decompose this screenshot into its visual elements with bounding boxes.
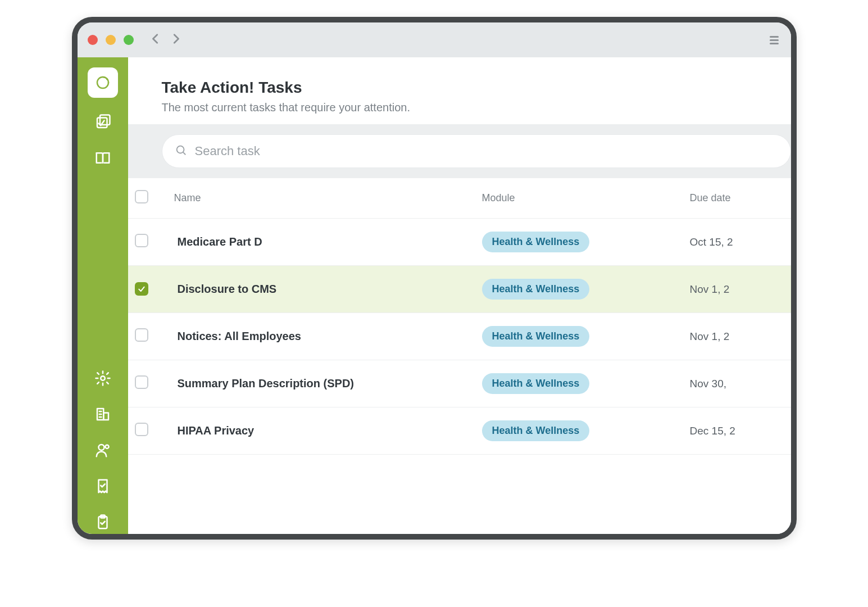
- row-checkbox[interactable]: [135, 282, 148, 296]
- task-name: Disclosure to CMS: [174, 283, 482, 296]
- sidebar-item-clipboard[interactable]: [91, 510, 115, 534]
- page-header: Take Action! Tasks The most current task…: [128, 57, 791, 124]
- search-icon: [175, 144, 187, 158]
- search-bar-wrap: [128, 124, 791, 178]
- sidebar-logo[interactable]: [88, 67, 118, 98]
- svg-rect-6: [103, 413, 108, 420]
- sidebar: [78, 57, 128, 534]
- task-name: Summary Plan Description (SPD): [174, 377, 482, 390]
- window-minimize-button[interactable]: [106, 35, 116, 45]
- module-pill[interactable]: Health & Wellness: [482, 420, 590, 441]
- select-all-checkbox[interactable]: [135, 190, 148, 203]
- svg-line-15: [183, 152, 185, 155]
- window-titlebar: [78, 22, 791, 57]
- task-name: Notices: All Employees: [174, 330, 482, 343]
- sidebar-item-library[interactable]: [91, 146, 115, 170]
- svg-point-14: [176, 146, 184, 153]
- column-header-due: Due date: [690, 192, 791, 204]
- row-checkbox[interactable]: [135, 423, 148, 436]
- sidebar-item-settings[interactable]: [91, 366, 115, 390]
- due-date: Dec 15, 2: [690, 425, 791, 437]
- svg-point-10: [98, 445, 104, 450]
- nav-arrows: [149, 33, 182, 47]
- nav-back-button[interactable]: [149, 33, 162, 47]
- module-pill[interactable]: Health & Wellness: [482, 232, 590, 252]
- table-row[interactable]: HIPAA PrivacyHealth & WellnessDec 15, 2: [128, 407, 791, 455]
- due-date: Nov 30,: [690, 378, 791, 390]
- due-date: Nov 1, 2: [690, 330, 791, 343]
- search-bar[interactable]: [162, 134, 791, 168]
- table-row[interactable]: Notices: All EmployeesHealth & WellnessN…: [128, 313, 791, 360]
- table-row[interactable]: Summary Plan Description (SPD)Health & W…: [128, 360, 791, 407]
- app-window: Take Action! Tasks The most current task…: [72, 17, 797, 540]
- due-date: Oct 15, 2: [690, 236, 791, 248]
- window-zoom-button[interactable]: [124, 35, 134, 45]
- due-date: Nov 1, 2: [690, 283, 791, 296]
- table-row[interactable]: Disclosure to CMSHealth & WellnessNov 1,…: [128, 266, 791, 313]
- module-pill[interactable]: Health & Wellness: [482, 279, 590, 300]
- module-pill[interactable]: Health & Wellness: [482, 326, 590, 347]
- sidebar-item-company[interactable]: [91, 402, 115, 426]
- table-row[interactable]: Medicare Part DHealth & WellnessOct 15, …: [128, 219, 791, 266]
- page-subtitle: The most current tasks that require your…: [162, 101, 791, 114]
- column-header-module: Module: [482, 192, 690, 204]
- svg-point-1: [106, 78, 108, 80]
- tasks-table: Name Module Due date Medicare Part DHeal…: [128, 178, 791, 534]
- sidebar-item-users[interactable]: [91, 438, 115, 462]
- column-header-name: Name: [174, 192, 482, 204]
- task-name: Medicare Part D: [174, 235, 482, 248]
- row-checkbox[interactable]: [135, 234, 148, 247]
- module-pill[interactable]: Health & Wellness: [482, 373, 590, 394]
- svg-point-11: [105, 445, 108, 449]
- window-close-button[interactable]: [88, 35, 98, 45]
- task-name: HIPAA Privacy: [174, 424, 482, 437]
- sidebar-item-tasks[interactable]: [91, 110, 115, 134]
- nav-forward-button[interactable]: [170, 33, 182, 47]
- page-title: Take Action! Tasks: [162, 79, 791, 97]
- svg-point-4: [101, 376, 105, 380]
- main-content: Take Action! Tasks The most current task…: [128, 57, 791, 534]
- search-input[interactable]: [195, 144, 778, 158]
- window-menu-button[interactable]: [767, 34, 781, 47]
- sidebar-item-receipts[interactable]: [91, 474, 115, 498]
- row-checkbox[interactable]: [135, 375, 148, 389]
- row-checkbox[interactable]: [135, 328, 148, 342]
- window-controls: [88, 35, 134, 45]
- table-header-row: Name Module Due date: [128, 178, 791, 219]
